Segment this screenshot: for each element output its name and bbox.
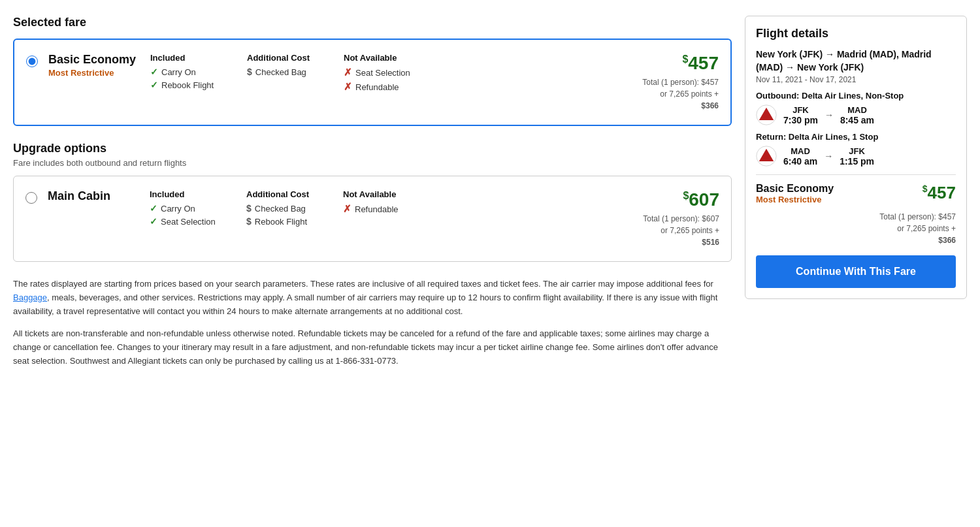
outbound-depart-time: 7:30 pm — [783, 115, 818, 125]
x-icon-2: ✗ — [344, 81, 352, 93]
delta-logo-outbound — [756, 104, 777, 125]
notavail-refundable: ✗ Refundable — [344, 81, 422, 93]
dollar-icon-mc1: $ — [246, 203, 252, 214]
arrow-icon-outbound: → — [825, 110, 834, 120]
outbound-depart-block: JFK 7:30 pm — [783, 105, 818, 125]
check-icon-2: ✓ — [150, 80, 158, 90]
sidebar-fare-restrictive: Most Restrictive — [756, 195, 834, 204]
selected-fare-title: Selected fare — [13, 16, 732, 29]
basic-economy-name: Basic Economy — [48, 53, 140, 67]
basic-economy-notavail-title: Not Available — [344, 53, 422, 63]
return-arrive-block: JFK 1:15 pm — [840, 146, 874, 167]
main-cabin-price: $607 — [628, 189, 719, 210]
included-carry-on: ✓ Carry On — [150, 67, 229, 77]
disclaimer: The rates displayed are starting from pr… — [13, 278, 732, 368]
basic-economy-price: $457 — [627, 53, 719, 74]
selected-fare-section: Selected fare Basic Economy Most Restric… — [13, 16, 732, 126]
basic-economy-additional-title: Additional Cost — [247, 53, 325, 63]
main-cabin-additional-title: Additional Cost — [246, 189, 325, 199]
refundable-label: Refundable — [355, 82, 399, 92]
baggage-link[interactable]: Baggage — [13, 293, 47, 302]
notavail-seat: ✗ Seat Selection — [344, 67, 422, 78]
outbound-label: Outbound: Delta Air Lines, Non-Stop — [756, 91, 956, 101]
basic-economy-name-block: Basic Economy Most Restrictive — [48, 53, 140, 78]
main-cabin-price-detail: Total (1 person): $607 or 7,265 points +… — [628, 213, 719, 248]
sidebar-fare-section: Basic Economy Most Restrictive $457 — [756, 183, 956, 204]
return-arrive-time: 1:15 pm — [840, 156, 874, 167]
additional-checked-bag: $ Checked Bag — [247, 67, 325, 77]
flight-dates: Nov 11, 2021 - Nov 17, 2021 — [756, 75, 956, 84]
upgrade-subtitle: Fare includes both outbound and return f… — [13, 158, 732, 168]
return-depart-block: MAD 6:40 am — [783, 146, 817, 167]
outbound-row: JFK 7:30 pm → MAD 8:45 am — [756, 104, 956, 125]
return-times: MAD 6:40 am → JFK 1:15 pm — [783, 146, 874, 167]
mc-carry-on-label: Carry On — [161, 204, 195, 214]
mc-refundable-label: Refundable — [355, 204, 399, 214]
mc-carry-on: ✓ Carry On — [150, 203, 228, 214]
main-cabin-name: Main Cabin — [48, 189, 139, 203]
main-cabin-card[interactable]: Main Cabin Included ✓ Carry On ✓ Seat Se… — [13, 176, 732, 262]
main-cabin-notavail-col: Not Available ✗ Refundable — [343, 189, 421, 229]
mc-rebook-label: Rebook Flight — [255, 217, 307, 227]
page-wrapper: Selected fare Basic Economy Most Restric… — [0, 0, 980, 527]
basic-economy-radio[interactable] — [26, 56, 38, 67]
basic-economy-subtitle: Most Restrictive — [48, 68, 140, 78]
return-depart-time: 6:40 am — [783, 156, 817, 167]
sidebar-fare-price: $457 — [923, 183, 956, 203]
sidebar-fare-name: Basic Economy — [756, 183, 834, 195]
disclaimer-paragraph1: The rates displayed are starting from pr… — [13, 278, 732, 318]
mc-seat-selection: ✓ Seat Selection — [150, 216, 228, 227]
flight-route-title: New York (JFK) → Madrid (MAD), Madrid (M… — [756, 48, 956, 74]
flight-details-title: Flight details — [756, 27, 956, 40]
rebook-label: Rebook Flight — [161, 80, 214, 90]
included-rebook: ✓ Rebook Flight — [150, 80, 229, 90]
basic-economy-included-col: Included ✓ Carry On ✓ Rebook Flight — [150, 53, 229, 95]
seat-selection-label: Seat Selection — [355, 68, 410, 78]
main-content: Selected fare Basic Economy Most Restric… — [13, 16, 732, 511]
main-cabin-features: Included ✓ Carry On ✓ Seat Selection Add… — [150, 189, 617, 229]
outbound-arrive-block: MAD 8:45 am — [840, 105, 874, 125]
sidebar-divider — [756, 174, 956, 175]
mc-checked-bag: $ Checked Bag — [246, 203, 325, 214]
mc-seat-label: Seat Selection — [161, 217, 216, 227]
disclaimer-paragraph2: All tickets are non-transferable and non… — [13, 327, 732, 368]
sidebar-fare-price-block: $457 — [923, 183, 956, 203]
checked-bag-label: Checked Bag — [255, 67, 306, 77]
check-icon-mc2: ✓ — [150, 216, 157, 227]
return-arrive-airport: JFK — [840, 146, 874, 156]
basic-economy-price-block: $457 Total (1 person): $457 or 7,265 poi… — [627, 53, 719, 112]
x-icon-mc: ✗ — [343, 203, 351, 215]
mc-rebook: $ Rebook Flight — [246, 216, 325, 227]
outbound-leg: Outbound: Delta Air Lines, Non-Stop JFK … — [756, 91, 956, 125]
main-cabin-included-title: Included — [150, 189, 228, 199]
delta-logo-return — [756, 146, 777, 167]
sidebar-fare-name-block: Basic Economy Most Restrictive — [756, 183, 834, 204]
outbound-depart-airport: JFK — [783, 105, 818, 115]
return-label: Return: Delta Air Lines, 1 Stop — [756, 132, 956, 142]
basic-economy-price-detail: Total (1 person): $457 or 7,265 points +… — [627, 76, 719, 112]
return-depart-airport: MAD — [783, 146, 817, 156]
basic-economy-notavail-col: Not Available ✗ Seat Selection ✗ Refunda… — [344, 53, 422, 95]
sidebar: Flight details New York (JFK) → Madrid (… — [745, 16, 967, 511]
main-cabin-name-block: Main Cabin — [48, 189, 139, 203]
outbound-arrive-airport: MAD — [840, 105, 874, 115]
main-cabin-radio[interactable] — [25, 192, 37, 204]
upgrade-options-section: Upgrade options Fare includes both outbo… — [13, 142, 732, 262]
mc-checked-bag-label: Checked Bag — [255, 204, 306, 214]
sidebar-card: Flight details New York (JFK) → Madrid (… — [745, 16, 967, 299]
basic-economy-card[interactable]: Basic Economy Most Restrictive Included … — [13, 39, 732, 126]
basic-economy-features: Included ✓ Carry On ✓ Rebook Flight Addi… — [150, 53, 617, 95]
main-cabin-included-col: Included ✓ Carry On ✓ Seat Selection — [150, 189, 228, 229]
upgrade-options-title: Upgrade options — [13, 142, 732, 155]
mc-notavail-refundable: ✗ Refundable — [343, 203, 421, 215]
continue-button[interactable]: Continue With This Fare — [756, 255, 956, 288]
return-leg: Return: Delta Air Lines, 1 Stop MAD 6:40… — [756, 132, 956, 167]
outbound-times: JFK 7:30 pm → MAD 8:45 am — [783, 105, 874, 125]
return-row: MAD 6:40 am → JFK 1:15 pm — [756, 146, 956, 167]
x-icon: ✗ — [344, 67, 352, 78]
sidebar-fare-detail: Total (1 person): $457 or 7,265 points +… — [756, 211, 956, 246]
check-icon-mc1: ✓ — [150, 203, 157, 214]
check-icon: ✓ — [150, 67, 158, 77]
dollar-icon: $ — [247, 67, 252, 77]
basic-economy-additional-col: Additional Cost $ Checked Bag — [247, 53, 325, 95]
